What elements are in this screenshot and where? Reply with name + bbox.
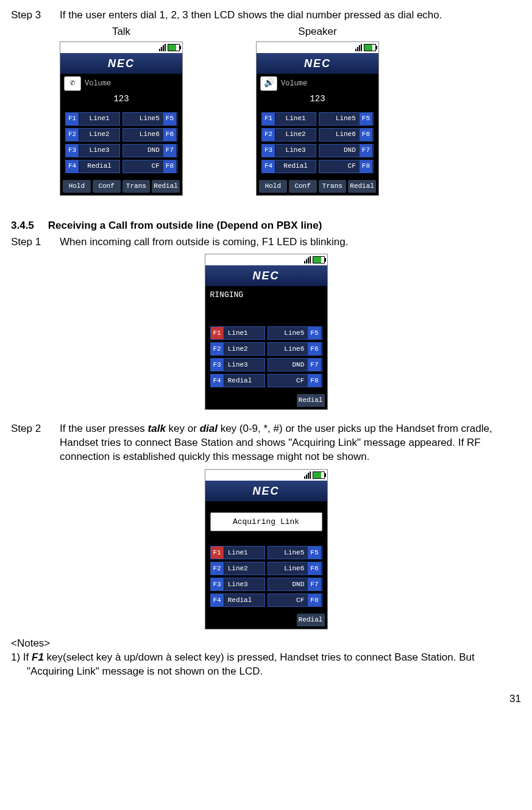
fnkey-f3[interactable]: F3Line3: [65, 144, 120, 157]
phone-screen-talk: NEC ✆ Volume 123 F1Line1 Line5F5 F2Line2…: [60, 41, 183, 196]
step-body: If the user enters dial 1, 2, 3 then LCD…: [60, 9, 521, 23]
softkey-empty: [237, 394, 265, 407]
fnkey-f2[interactable]: F2Line2: [210, 562, 265, 575]
text: If the user presses: [60, 423, 148, 434]
fnkey-f5[interactable]: Line5F5: [122, 112, 177, 126]
status-bar: [205, 254, 327, 265]
fnkey-f4[interactable]: F4Redial: [261, 160, 316, 173]
fnkey-f5[interactable]: Line5F5: [268, 546, 322, 559]
softkey-redial[interactable]: Redial: [297, 394, 325, 407]
col-talk: Talk NEC ✆ Volume 123 F1Line1 Line5F5 F2…: [60, 25, 183, 202]
fnkey-f4[interactable]: F4Redial: [210, 593, 265, 607]
kw-dial: dial: [200, 423, 218, 434]
fnkey-f8[interactable]: CFF8: [122, 160, 177, 173]
function-keys: F1Line1 Line5F5 F2Line2 Line6F6 F3Line3 …: [205, 323, 327, 392]
step3: Step 3 If the user enters dial 1, 2, 3 t…: [11, 9, 521, 23]
function-keys: F1Line1 Line5F5 F2Line2 Line6F6 F3Line3 …: [257, 109, 378, 178]
step-body: If the user presses talk key or dial key…: [60, 422, 521, 464]
battery-icon: [364, 44, 376, 51]
signal-icon: [304, 256, 311, 263]
step1-image: NEC RINGING F1Line1 Line5F5 F2Line2 Line…: [11, 251, 521, 415]
volume-label: Volume: [281, 79, 307, 88]
fnkey-f8[interactable]: CFF8: [319, 160, 374, 173]
col-title-talk: Talk: [60, 25, 183, 39]
brand-bar: NEC: [205, 265, 327, 286]
section-heading: 3.4.5 Receiving a Call from outside line…: [11, 219, 521, 233]
brand-bar: NEC: [257, 53, 378, 74]
kw-f1: F1: [32, 651, 44, 663]
fnkey-f4[interactable]: F4Redial: [210, 374, 265, 387]
fnkey-f7[interactable]: DNDF7: [319, 144, 374, 157]
fnkey-f7[interactable]: DNDF7: [122, 144, 177, 157]
softkey-redial[interactable]: Redial: [152, 180, 180, 193]
fnkey-f6[interactable]: Line6F6: [268, 562, 322, 575]
step2-image: NEC Acquiring Link F1Line1 Line5F5 F2Lin…: [11, 467, 521, 636]
text: key or: [166, 423, 200, 434]
softkey-hold[interactable]: Hold: [63, 180, 91, 193]
fnkey-f7[interactable]: DNDF7: [268, 578, 322, 591]
step-body: When incoming call from outside is comin…: [60, 235, 521, 249]
fnkey-f3[interactable]: F3Line3: [210, 578, 265, 591]
phone-screen-ringing: NEC RINGING F1Line1 Line5F5 F2Line2 Line…: [205, 254, 328, 409]
text: key(select key à up/down à select key) i…: [27, 651, 475, 677]
volume-row: 🔊 Volume: [257, 74, 378, 92]
volume-row: ✆ Volume: [60, 74, 182, 92]
text: 1) If: [11, 651, 32, 663]
section-title: Receiving a Call from outside line (Depe…: [48, 220, 322, 231]
two-phone-row: Talk NEC ✆ Volume 123 F1Line1 Line5F5 F2…: [60, 25, 521, 202]
fnkey-f4[interactable]: F4Redial: [65, 160, 120, 173]
fnkey-f1-blinking[interactable]: F1Line1: [210, 546, 265, 559]
softkey-conf[interactable]: Conf: [93, 180, 121, 193]
brand-bar: NEC: [205, 481, 327, 501]
softkey-empty: [267, 614, 295, 626]
spacer: [205, 501, 327, 507]
fnkey-f5[interactable]: Line5F5: [268, 326, 322, 340]
step2: Step 2 If the user presses talk key or d…: [11, 422, 521, 464]
fnkey-f1-blinking[interactable]: F1Line1: [210, 326, 265, 340]
fnkey-f5[interactable]: Line5F5: [319, 112, 374, 126]
step1: Step 1 When incoming call from outside i…: [11, 235, 521, 249]
fnkey-f7[interactable]: DNDF7: [268, 358, 322, 371]
softkey-redial[interactable]: Redial: [297, 614, 325, 626]
softkeys: Redial: [205, 612, 327, 629]
notes-heading: <Notes>: [11, 637, 521, 651]
status-bar: [257, 42, 378, 53]
signal-icon: [355, 44, 362, 51]
fnkey-f2[interactable]: F2Line2: [65, 128, 120, 142]
volume-label: Volume: [85, 79, 111, 88]
softkey-trans[interactable]: Trans: [122, 180, 151, 193]
step-label: Step 1: [11, 235, 60, 249]
phone-screen-speaker: NEC 🔊 Volume 123 F1Line1 Line5F5 F2Line2…: [256, 41, 379, 196]
softkey-conf[interactable]: Conf: [289, 180, 317, 193]
fnkey-f6[interactable]: Line6F6: [122, 128, 177, 142]
fnkey-f2[interactable]: F2Line2: [210, 342, 265, 356]
softkeys: Redial: [205, 392, 327, 409]
handset-icon: ✆: [64, 76, 81, 91]
softkeys: Hold Conf Trans Redial: [60, 178, 182, 195]
fnkey-f1[interactable]: F1Line1: [65, 112, 120, 126]
fnkey-f6[interactable]: Line6F6: [268, 342, 322, 356]
spacer: [205, 536, 327, 542]
fnkey-f2[interactable]: F2Line2: [261, 128, 316, 142]
softkey-trans[interactable]: Trans: [319, 180, 347, 193]
fnkey-f6[interactable]: Line6F6: [319, 128, 374, 142]
battery-icon: [168, 44, 180, 51]
fnkey-f8[interactable]: CFF8: [268, 374, 322, 387]
dial-echo: 123: [60, 92, 182, 109]
status-bar: [60, 42, 182, 53]
fnkey-f8[interactable]: CFF8: [268, 593, 322, 607]
fnkey-f3[interactable]: F3Line3: [261, 144, 316, 157]
softkey-redial[interactable]: Redial: [348, 180, 376, 193]
function-keys: F1Line1 Line5F5 F2Line2 Line6F6 F3Line3 …: [205, 542, 327, 612]
section-number: 3.4.5: [11, 219, 45, 233]
fnkey-f1[interactable]: F1Line1: [261, 112, 316, 126]
acquiring-link-message: Acquiring Link: [210, 512, 322, 532]
step-label: Step 2: [11, 422, 60, 464]
col-title-speaker: Speaker: [256, 25, 379, 39]
ringing-status: RINGING: [205, 286, 327, 323]
signal-icon: [159, 44, 166, 51]
battery-icon: [313, 471, 325, 479]
softkey-hold[interactable]: Hold: [259, 180, 287, 193]
notes-section: <Notes> 1) If F1 key(select key à up/dow…: [11, 637, 521, 679]
fnkey-f3[interactable]: F3Line3: [210, 358, 265, 371]
